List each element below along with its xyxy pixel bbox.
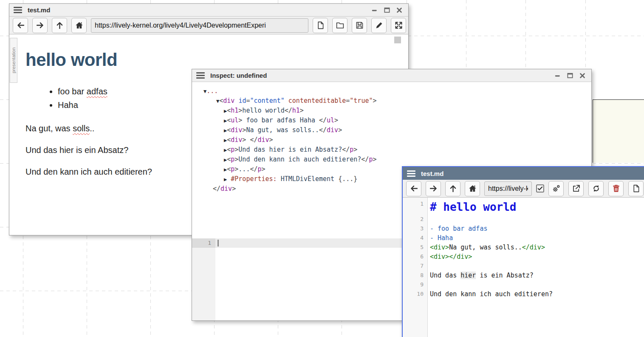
- dom-tree-line[interactable]: ▶<ul> foo bar adfas Haha </ul>: [224, 116, 591, 125]
- menu-icon[interactable]: [14, 7, 22, 13]
- refresh-button[interactable]: [588, 181, 604, 196]
- editor-line[interactable]: 4- Haha: [403, 233, 644, 243]
- token: </: [361, 156, 369, 163]
- back-button[interactable]: [13, 18, 28, 33]
- trash-icon: [612, 184, 621, 193]
- editor-line-content[interactable]: - Haha: [427, 233, 644, 243]
- external-icon: [572, 184, 581, 193]
- source-editor[interactable]: 1# hello world23- foo bar adfas4- Haha5<…: [403, 198, 644, 337]
- markdown-window-titlebar[interactable]: test.md: [9, 4, 408, 17]
- editor-line-content[interactable]: # hello world: [427, 199, 644, 215]
- save-button[interactable]: [352, 18, 367, 33]
- action-buttons: [313, 18, 406, 33]
- editor-line[interactable]: 8Und das hier is ein Absatz?: [403, 271, 644, 280]
- editor-line-content[interactable]: Und das hier is ein Absatz?: [427, 271, 644, 280]
- home-button[interactable]: [71, 18, 87, 33]
- token: "true": [350, 97, 373, 105]
- open-folder-button[interactable]: [332, 18, 347, 33]
- token: <div></div>: [430, 253, 472, 261]
- minimize-button[interactable]: [371, 6, 378, 14]
- dom-tree-line[interactable]: ▶<div> </div>: [224, 135, 591, 145]
- window-controls: [554, 72, 586, 79]
- close-button[interactable]: [579, 72, 586, 79]
- editor-line[interactable]: 5<div>Na gut, was solls..</div>: [403, 243, 644, 252]
- menu-icon[interactable]: [407, 170, 415, 177]
- new-file-icon: [316, 21, 325, 30]
- token: >: [338, 126, 342, 134]
- expand-icon: [394, 21, 403, 30]
- editor-line[interactable]: 10Und den kann ich auch editieren?: [403, 289, 644, 299]
- editor-line-content[interactable]: Und den kann ich auch editieren?: [427, 289, 644, 299]
- dom-tree-line[interactable]: ▶<p>Und das hier is ein Absatz?</p>: [224, 145, 591, 155]
- token: contenteditable: [288, 97, 346, 105]
- up-button[interactable]: [445, 181, 460, 196]
- delete-button[interactable]: [608, 181, 624, 196]
- line-number: 9: [403, 280, 427, 289]
- window-title: Inspect: undefined: [210, 72, 267, 79]
- close-button[interactable]: [395, 6, 403, 14]
- scrollbar-thumb[interactable]: [394, 37, 401, 43]
- token: =: [346, 97, 350, 105]
- editor-line-content[interactable]: [427, 280, 644, 289]
- token: id: [238, 97, 246, 105]
- line-number: 1: [403, 199, 427, 215]
- maximize-button[interactable]: [566, 72, 574, 79]
- editor-line[interactable]: 6<div></div>: [403, 252, 644, 261]
- token: </: [213, 185, 220, 193]
- forward-button[interactable]: [426, 181, 441, 196]
- editor-line-content[interactable]: <div></div>: [427, 252, 644, 261]
- token: Und den kann ich auch editieren?: [238, 156, 361, 163]
- editor-line[interactable]: 3- foo bar adfas: [403, 224, 644, 233]
- token: h1: [231, 107, 238, 114]
- folder-icon: [336, 21, 345, 30]
- edit-button[interactable]: [371, 18, 387, 33]
- dom-tree-line[interactable]: ▶<p>Und den kann ich auch editieren?</p>: [224, 155, 591, 164]
- new-file-button[interactable]: [628, 181, 644, 196]
- dom-tree-line[interactable]: ▼...: [203, 86, 591, 96]
- url-input[interactable]: [91, 18, 308, 33]
- open-external-button[interactable]: [568, 181, 584, 196]
- arrow-left-icon: [410, 184, 418, 193]
- maximize-button[interactable]: [383, 6, 391, 14]
- arrow-up-icon: [55, 21, 64, 30]
- token: <div>: [430, 244, 449, 251]
- token: ul: [327, 116, 334, 124]
- dom-tree-line[interactable]: ▶<h1>hello world</h1>: [224, 106, 591, 116]
- menu-icon[interactable]: [196, 72, 205, 79]
- token: </: [285, 107, 292, 114]
- token: >: [353, 146, 357, 153]
- token: Na gut, was: [25, 124, 73, 133]
- token: >: [234, 146, 238, 153]
- line-number: 4: [403, 233, 427, 243]
- home-button[interactable]: [465, 181, 480, 196]
- inspector-window-titlebar[interactable]: Inspect: undefined: [192, 69, 591, 82]
- editor-line-content[interactable]: - foo bar adfas: [427, 224, 644, 233]
- url-input[interactable]: [484, 181, 532, 196]
- home-icon: [75, 21, 84, 30]
- up-button[interactable]: [52, 18, 67, 33]
- minimize-button[interactable]: [554, 72, 562, 79]
- minimize-icon: [371, 6, 378, 14]
- dom-tree-line[interactable]: ▼<div id="content" contenteditable="true…: [216, 96, 591, 106]
- expand-button[interactable]: [391, 18, 406, 33]
- token: >: [373, 97, 376, 105]
- action-buttons: [548, 181, 644, 196]
- settings-button[interactable]: [548, 181, 564, 196]
- back-button[interactable]: [406, 181, 421, 196]
- forward-button[interactable]: [32, 18, 48, 33]
- editor-line-content[interactable]: [427, 261, 644, 271]
- editor-line-content[interactable]: <div>Na gut, was solls..</div>: [427, 243, 644, 252]
- new-file-button[interactable]: [313, 18, 328, 33]
- editor-line[interactable]: 9: [403, 280, 644, 289]
- editor-line-content[interactable]: [427, 215, 644, 224]
- editor-line[interactable]: 1# hello world: [403, 199, 644, 215]
- presentation-tab[interactable]: presentation: [10, 38, 17, 83]
- update-checkbox[interactable]: [536, 184, 544, 193]
- dom-tree-line[interactable]: ▶<div>Na gut, was solls..</div>: [224, 125, 591, 135]
- editor-line[interactable]: 2: [403, 215, 644, 224]
- editor-line[interactable]: 7: [403, 261, 644, 271]
- token: >: [238, 116, 242, 124]
- token: hier: [460, 272, 476, 279]
- editor-window-titlebar[interactable]: test.md: [403, 167, 644, 180]
- token: Und den kann ich auch editieren?: [430, 290, 553, 298]
